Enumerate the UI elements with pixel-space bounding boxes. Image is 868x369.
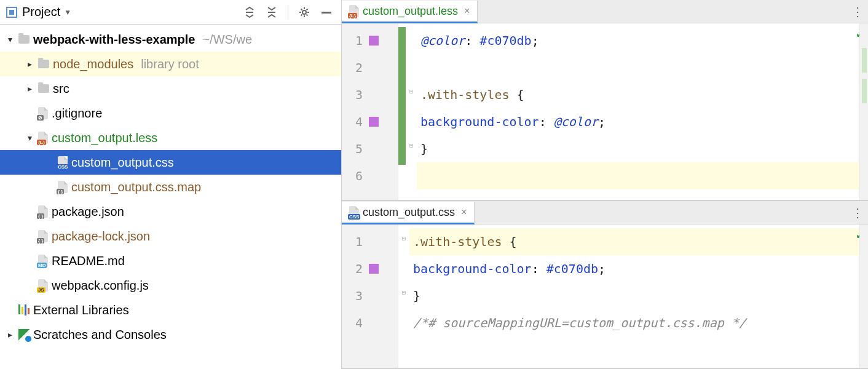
md-file-icon: MD	[38, 255, 48, 267]
tree-readme[interactable]: ▸ MD README.md	[0, 248, 341, 273]
tree-label: webpack-with-less-example	[33, 33, 195, 47]
json-file-icon: { }	[38, 205, 48, 218]
tree-hint: library root	[141, 57, 199, 71]
error-stripe[interactable]	[859, 23, 868, 200]
editor-options-button[interactable]: ⋮	[847, 201, 868, 224]
tree-label: node_modules	[53, 57, 133, 71]
tree-external-libraries[interactable]: ▸ External Libraries	[0, 298, 341, 322]
chevron-down-icon[interactable]: ▾	[5, 34, 15, 44]
settings-button[interactable]	[296, 4, 313, 21]
chevron-right-icon[interactable]: ▸	[5, 330, 15, 339]
tree-project-root[interactable]: ▾ webpack-with-less-example ~/WS/we	[0, 27, 341, 52]
folder-icon	[18, 35, 30, 44]
file-icon: ⊘	[38, 107, 48, 119]
less-file-icon: {L}	[349, 5, 359, 17]
external-libraries-icon	[18, 304, 30, 315]
editor-pane-bottom: CSS custom_output.css × ⋮ 1 2 3 4 ⊟ ⊟ .w…	[342, 201, 868, 369]
close-tab-button[interactable]: ×	[461, 207, 467, 218]
tree-label: webpack.config.js	[52, 279, 149, 293]
tab-label: custom_output.css	[363, 206, 455, 219]
project-tree[interactable]: ▾ webpack-with-less-example ~/WS/we ▸ no…	[0, 25, 341, 369]
editor-tabs-bottom: CSS custom_output.css × ⋮	[342, 201, 868, 224]
chevron-down-icon: ▼	[64, 8, 71, 17]
tree-label: custom_output.css.map	[71, 180, 201, 194]
vcs-change-marker	[398, 27, 406, 165]
tree-path-hint: ~/WS/we	[202, 33, 252, 47]
json-file-icon: { }	[38, 230, 48, 242]
project-view-selector[interactable]: Project ▼	[22, 5, 71, 19]
tree-gitignore[interactable]: ▸ ⊘ .gitignore	[0, 101, 341, 125]
tree-label: Scratches and Consoles	[33, 328, 167, 342]
tab-custom-output-less[interactable]: {L} custom_output.less ×	[342, 1, 478, 23]
tree-label: package.json	[52, 205, 124, 219]
project-tool-window: Project ▼ ▾ webpack-with-less-example ~/…	[0, 0, 342, 369]
editor-pane-top: {L} custom_output.less × ⋮ 1 2 3 4 5 6 ⊟	[342, 0, 868, 201]
css-file-icon: CSS	[349, 206, 359, 218]
tree-webpack-config[interactable]: ▸ JS webpack.config.js	[0, 273, 341, 298]
js-file-icon: JS	[38, 279, 48, 292]
tab-label: custom_output.less	[363, 5, 458, 18]
tree-custom-less[interactable]: ▾ {L} custom_output.less	[0, 125, 341, 150]
less-file-icon: {L}	[38, 132, 48, 144]
tree-custom-css-map[interactable]: ▸ { } custom_output.css.map	[0, 175, 341, 199]
fold-gutter[interactable]: ⊟ ⊟	[406, 23, 417, 200]
close-tab-button[interactable]: ×	[464, 6, 470, 17]
project-panel-header: Project ▼	[0, 0, 341, 25]
line-number-gutter[interactable]: 1 2 3 4	[342, 224, 398, 368]
fold-gutter[interactable]: ⊟ ⊟	[398, 224, 409, 368]
tab-custom-output-css[interactable]: CSS custom_output.css ×	[342, 202, 475, 224]
tree-package-lock[interactable]: ▸ { } package-lock.json	[0, 224, 341, 248]
expand-all-button[interactable]	[241, 4, 258, 21]
tree-label: README.md	[52, 254, 125, 268]
tree-label: custom_output.less	[52, 131, 157, 145]
svg-point-0	[302, 10, 306, 14]
tree-scratches[interactable]: ▸ Scratches and Consoles	[0, 322, 341, 347]
tree-label: custom_output.css	[71, 156, 174, 170]
folder-icon	[38, 84, 49, 93]
chevron-down-icon[interactable]: ▾	[25, 133, 34, 143]
color-swatch-icon[interactable]	[369, 36, 379, 46]
chevron-right-icon[interactable]: ▸	[25, 59, 34, 69]
tree-src[interactable]: ▸ src	[0, 76, 341, 101]
svg-rect-1	[322, 12, 331, 14]
line-number-gutter[interactable]: 1 2 3 4 5 6	[342, 23, 398, 200]
scratches-icon	[18, 329, 30, 340]
tree-label: .gitignore	[52, 106, 102, 121]
tree-node-modules[interactable]: ▸ node_modules library root	[0, 52, 341, 76]
tree-label: package-lock.json	[52, 229, 150, 244]
code-editor-top[interactable]: 1 2 3 4 5 6 ⊟ ⊟ @color: #c070db; .with-s…	[342, 23, 868, 200]
code-editor-bottom[interactable]: 1 2 3 4 ⊟ ⊟ .with-styles { background-co…	[342, 224, 868, 368]
tree-label: External Libraries	[33, 303, 129, 317]
collapse-all-button[interactable]	[263, 4, 280, 21]
editor-options-button[interactable]: ⋮	[847, 0, 868, 23]
tree-label: src	[53, 82, 69, 96]
css-file-icon: CSS	[58, 156, 68, 169]
editor-area: {L} custom_output.less × ⋮ 1 2 3 4 5 6 ⊟	[342, 0, 868, 369]
editor-tabs-top: {L} custom_output.less × ⋮	[342, 0, 868, 23]
folder-icon	[38, 60, 49, 68]
tree-package-json[interactable]: ▸ { } package.json	[0, 199, 341, 224]
hide-panel-button[interactable]	[318, 4, 335, 21]
panel-title: Project	[22, 5, 60, 19]
color-swatch-icon[interactable]	[369, 264, 379, 274]
json-file-icon: { }	[58, 181, 68, 193]
tree-custom-css[interactable]: ▸ CSS custom_output.css	[0, 150, 341, 175]
chevron-right-icon[interactable]: ▸	[25, 84, 34, 93]
project-view-icon	[6, 7, 17, 18]
code-content[interactable]: @color: #c070db; .with-styles { backgrou…	[417, 23, 859, 200]
code-content[interactable]: .with-styles { background-color: #c070db…	[409, 224, 859, 368]
color-swatch-icon[interactable]	[369, 117, 379, 127]
error-stripe[interactable]	[859, 224, 868, 368]
